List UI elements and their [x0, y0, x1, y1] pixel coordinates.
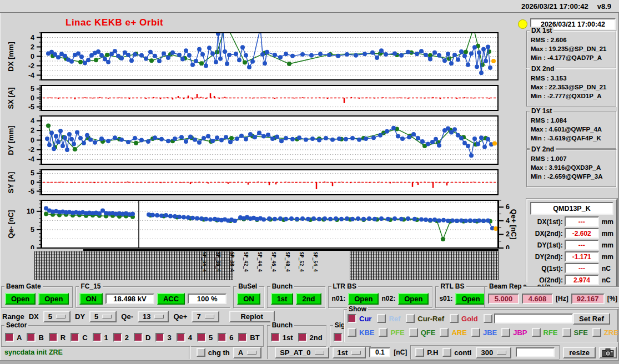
- show-checkbox-jbe[interactable]: JBE: [471, 328, 497, 337]
- show-checkbox-rfe[interactable]: RFE: [532, 328, 558, 337]
- sector-checkbox-a[interactable]: A: [5, 333, 22, 342]
- th-dropdown[interactable]: A: [233, 347, 261, 358]
- checkbox[interactable]: [5, 333, 14, 342]
- show-checkbox-ref[interactable]: Ref: [377, 314, 400, 323]
- show-checkbox-pfe[interactable]: PFE: [379, 328, 404, 337]
- checkbox[interactable]: [298, 333, 307, 342]
- screenshot-button[interactable]: [599, 347, 617, 358]
- checkbox[interactable]: [379, 328, 387, 337]
- ltr-n01-open-button[interactable]: Open: [348, 293, 379, 305]
- show-checkbox-qfe[interactable]: QFE: [409, 328, 436, 337]
- sector-checkbox-1[interactable]: 1: [93, 333, 108, 342]
- show-checkbox-gold[interactable]: Gold: [450, 314, 478, 323]
- sector-checkbox-bt[interactable]: BT: [238, 333, 259, 342]
- checkbox[interactable]: [134, 333, 143, 342]
- sector-checkbox-c[interactable]: C: [71, 333, 87, 342]
- bunch-2nd-button[interactable]: 2nd: [296, 293, 321, 305]
- sector-checkbox-6[interactable]: 6: [218, 333, 233, 342]
- checkbox[interactable]: [442, 348, 451, 357]
- count-dropdown[interactable]: 300: [476, 347, 511, 358]
- checkbox[interactable]: [415, 348, 424, 357]
- sp-dropdown[interactable]: SP_AT_0: [275, 347, 329, 358]
- dropdown-value: 5: [48, 312, 52, 321]
- checkbox[interactable]: [238, 333, 247, 342]
- checkbox[interactable]: [177, 333, 185, 342]
- bpm-label: SP_38_4: [229, 252, 235, 272]
- bunch-checkbox-2nd[interactable]: 2nd: [298, 333, 323, 342]
- show-checkbox-sfe[interactable]: SFE: [562, 328, 588, 337]
- fc15-kv-field[interactable]: 18.498 kV: [105, 294, 154, 304]
- busel-on-button[interactable]: ON: [237, 293, 260, 305]
- checkbox[interactable]: [27, 333, 36, 342]
- checkbox[interactable]: [197, 348, 205, 357]
- show-checkbox-jbp[interactable]: JBP: [501, 328, 527, 337]
- checkbox[interactable]: [484, 314, 492, 323]
- checkbox[interactable]: [155, 333, 164, 342]
- sector-checkbox-r[interactable]: R: [49, 333, 66, 342]
- svg-text:-2: -2: [28, 146, 34, 154]
- monitor-name[interactable]: QMD13P_K: [530, 202, 613, 215]
- camera-icon: [602, 348, 614, 357]
- monitor-row-label: Q(1st):: [530, 265, 563, 272]
- ltr-n02-open-button[interactable]: Open: [398, 293, 429, 305]
- checkbox[interactable]: [450, 314, 459, 323]
- monitor-row-value: ---: [565, 216, 599, 227]
- bunch-checkbox-1st[interactable]: 1st: [271, 333, 293, 342]
- beam-gate-open-button-2[interactable]: Open: [38, 293, 69, 305]
- range-dx-dropdown[interactable]: 5: [43, 311, 71, 322]
- stat-line: RMS : 1.007: [527, 154, 616, 163]
- bunch-dropdown[interactable]: 1st: [333, 347, 366, 358]
- checkbox[interactable]: [377, 314, 386, 323]
- checkbox[interactable]: [471, 328, 480, 337]
- checkbox-label: Gold: [461, 315, 478, 323]
- checkbox[interactable]: [406, 314, 415, 323]
- replot-button[interactable]: Replot: [229, 311, 275, 322]
- checkbox[interactable]: [532, 328, 541, 337]
- checkbox[interactable]: [348, 328, 356, 337]
- sector-checkbox-3[interactable]: 3: [155, 333, 171, 342]
- fc15-on-button[interactable]: ON: [79, 293, 103, 305]
- free-input[interactable]: [516, 347, 555, 357]
- fc15-acc-button[interactable]: ACC: [157, 293, 185, 305]
- checkbox[interactable]: [71, 333, 79, 342]
- show-checkbox-cur[interactable]: Cur: [348, 314, 371, 323]
- checkbox[interactable]: [348, 314, 356, 323]
- checkbox[interactable]: [218, 333, 227, 342]
- show-checkbox-are[interactable]: ARE: [440, 328, 466, 337]
- checkbox[interactable]: [197, 333, 206, 342]
- set-ref-button[interactable]: Set Ref: [573, 313, 610, 325]
- ref-name-input[interactable]: [494, 314, 573, 323]
- sector-checkbox-4[interactable]: 4: [177, 333, 192, 342]
- fc15-percent-field[interactable]: 100 %: [188, 294, 227, 304]
- sector-checkbox-d[interactable]: D: [134, 333, 150, 342]
- chg-th-checkbox[interactable]: chg th: [197, 348, 230, 357]
- checkbox[interactable]: [440, 328, 449, 337]
- ph-checkbox[interactable]: P.H: [415, 348, 438, 357]
- show-checkbox-cur-ref[interactable]: Cur-Ref: [406, 314, 444, 323]
- checkbox[interactable]: [592, 328, 601, 337]
- checkbox[interactable]: [334, 333, 343, 342]
- show-checkbox-zre[interactable]: ZRE: [592, 328, 618, 337]
- range-dy-dropdown[interactable]: 5: [89, 311, 117, 322]
- dropdown-indicator: [497, 351, 506, 355]
- beam-gate-open-button-1[interactable]: Open: [5, 293, 36, 305]
- show-checkbox-kbe[interactable]: KBE: [348, 328, 374, 337]
- checkbox[interactable]: [409, 328, 418, 337]
- checkbox[interactable]: [562, 328, 571, 337]
- rtl-s01-open-button[interactable]: Open: [455, 293, 486, 305]
- range-qep-dropdown[interactable]: 7: [192, 311, 219, 322]
- checkbox[interactable]: [49, 333, 58, 342]
- sector-checkbox-b[interactable]: B: [27, 333, 43, 342]
- resize-button[interactable]: resize: [563, 347, 596, 358]
- bunch-1st-button[interactable]: 1st: [271, 293, 294, 305]
- checkbox[interactable]: [271, 333, 280, 342]
- conti-checkbox[interactable]: conti: [442, 348, 471, 357]
- busel-group: BuSel ON: [233, 286, 264, 308]
- sector-checkbox-5[interactable]: 5: [197, 333, 213, 342]
- checkbox[interactable]: [93, 333, 102, 342]
- threshold-field[interactable]: 0.1: [369, 347, 390, 357]
- checkbox[interactable]: [113, 333, 122, 342]
- sector-checkbox-2[interactable]: 2: [113, 333, 129, 342]
- range-qem-dropdown[interactable]: 13: [138, 311, 169, 322]
- checkbox[interactable]: [501, 328, 510, 337]
